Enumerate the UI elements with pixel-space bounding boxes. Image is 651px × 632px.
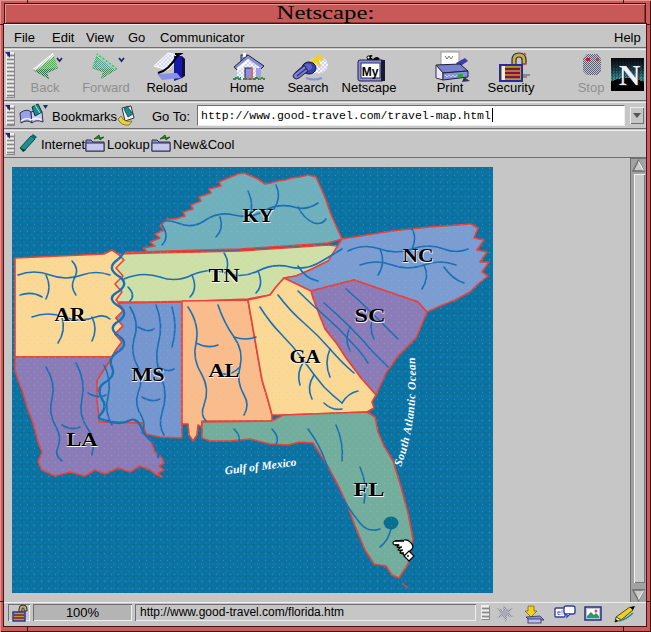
svg-text:e!: e!	[557, 609, 563, 616]
svg-text:My: My	[362, 65, 379, 79]
svg-text:SC: SC	[355, 306, 386, 326]
svg-text:LA: LA	[67, 430, 98, 450]
svg-text:AL: AL	[209, 361, 240, 381]
svg-text:TN: TN	[209, 266, 240, 286]
svg-text:NC: NC	[403, 246, 434, 266]
svg-text:AR: AR	[55, 305, 87, 325]
svg-text:GA: GA	[290, 347, 321, 367]
svg-text:KY: KY	[243, 206, 274, 226]
svg-text:FL: FL	[354, 480, 385, 500]
svg-text:MS: MS	[132, 365, 165, 385]
